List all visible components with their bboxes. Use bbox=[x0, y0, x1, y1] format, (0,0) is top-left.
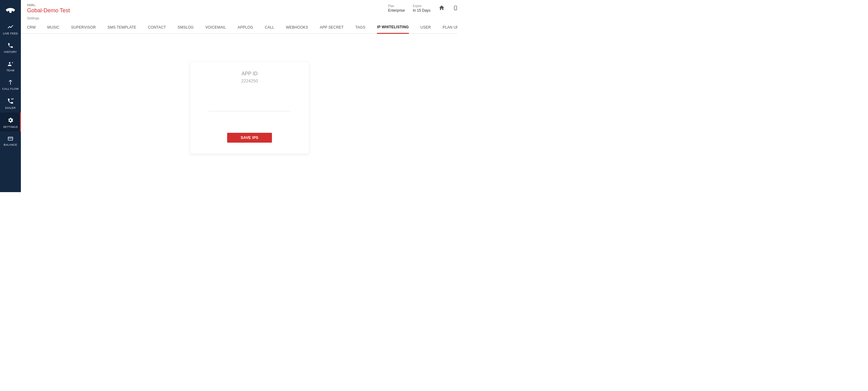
tab-contact[interactable]: CONTACT bbox=[148, 23, 166, 33]
header: Hello, Gobal-Demo Test Plan Enterprise E… bbox=[21, 0, 457, 16]
card-title: APP ID bbox=[202, 71, 297, 77]
plan-info: Plan Enterprise bbox=[388, 4, 405, 12]
sidebar-item-label: DIALER bbox=[5, 106, 16, 109]
sidebar-item-callflow[interactable]: CALL FLOW bbox=[0, 75, 21, 93]
tab-smslog[interactable]: SMSLOG bbox=[178, 23, 194, 33]
tab-webhooks[interactable]: WEBHOOKS bbox=[286, 23, 308, 33]
tab-voicemail[interactable]: VOICEMAIL bbox=[205, 23, 226, 33]
tab-tags[interactable]: TAGS bbox=[355, 23, 366, 33]
sidebar-item-label: TEAM bbox=[6, 69, 14, 72]
tab-ip-whitelisting[interactable]: IP WHITELISTING bbox=[377, 23, 408, 34]
expire-value: In 15 Days bbox=[413, 8, 430, 12]
content-area: APP ID 2224250 SAVE IPS bbox=[21, 34, 457, 192]
tab-crm[interactable]: CRM bbox=[27, 23, 36, 33]
svg-point-0 bbox=[9, 10, 12, 13]
breadcrumb: Settings bbox=[21, 16, 457, 20]
sidebar-item-label: HISTORY bbox=[4, 50, 17, 54]
settings-tabs: CRM MUSIC SUPERVISOR SMS TEMPLATE CONTAC… bbox=[21, 20, 457, 34]
tab-user[interactable]: USER bbox=[421, 23, 431, 33]
app-id-value: 2224250 bbox=[202, 78, 297, 83]
tab-applog[interactable]: APPLOG bbox=[238, 23, 253, 33]
svg-point-1 bbox=[9, 62, 10, 64]
sidebar-item-team[interactable]: TEAM bbox=[0, 57, 21, 75]
card-icon bbox=[7, 136, 14, 141]
phone-logo-icon bbox=[5, 5, 16, 14]
chart-line-icon bbox=[7, 23, 14, 30]
ip-input-field[interactable] bbox=[208, 111, 291, 111]
sidebar-item-label: SETTINGS bbox=[3, 125, 18, 129]
gear-icon bbox=[7, 117, 14, 123]
plan-label: Plan bbox=[388, 4, 405, 8]
flow-icon bbox=[7, 79, 13, 85]
main-area: Hello, Gobal-Demo Test Plan Enterprise E… bbox=[21, 0, 457, 192]
mobile-icon[interactable] bbox=[453, 5, 457, 12]
expire-info: Expire In 15 Days bbox=[413, 4, 430, 12]
app-id-card: APP ID 2224250 SAVE IPS bbox=[190, 61, 309, 154]
sidebar-item-livefeed[interactable]: LIVE FEED bbox=[0, 19, 21, 38]
tab-app-secret[interactable]: APP SECRET bbox=[320, 23, 344, 33]
team-icon bbox=[7, 61, 14, 67]
sidebar-item-label: CALL FLOW bbox=[2, 87, 19, 90]
sidebar: LIVE FEED HISTORY TEAM CALL FLOW SIP DIA… bbox=[0, 0, 21, 192]
save-ips-button[interactable]: SAVE IPS bbox=[227, 133, 272, 143]
sidebar-item-balance[interactable]: BALANCE bbox=[0, 132, 21, 149]
greeting: Hello, bbox=[27, 3, 70, 7]
sidebar-item-label: LIVE FEED bbox=[3, 32, 18, 35]
tab-supervisor[interactable]: SUPERVISOR bbox=[71, 23, 96, 33]
home-icon[interactable] bbox=[438, 5, 445, 12]
expire-label: Expire bbox=[413, 4, 430, 8]
plan-value: Enterprise bbox=[388, 8, 405, 12]
sidebar-item-label: BALANCE bbox=[4, 143, 17, 146]
tab-call[interactable]: CALL bbox=[265, 23, 274, 33]
sidebar-item-settings[interactable]: SETTINGS bbox=[0, 112, 21, 132]
tenant-name: Gobal-Demo Test bbox=[27, 7, 70, 14]
svg-rect-3 bbox=[8, 137, 13, 140]
app-logo bbox=[0, 1, 21, 19]
sidebar-item-history[interactable]: HISTORY bbox=[0, 38, 21, 57]
svg-text:SIP: SIP bbox=[11, 98, 14, 100]
tab-plan-upgrade[interactable]: PLAN UPGRADE bbox=[443, 23, 457, 33]
dialer-icon: SIP bbox=[7, 98, 14, 105]
tab-music[interactable]: MUSIC bbox=[47, 23, 60, 33]
tab-sms-template[interactable]: SMS TEMPLATE bbox=[107, 23, 136, 33]
sidebar-item-dialer[interactable]: SIP DIALER bbox=[0, 93, 21, 112]
phone-icon bbox=[7, 43, 13, 49]
